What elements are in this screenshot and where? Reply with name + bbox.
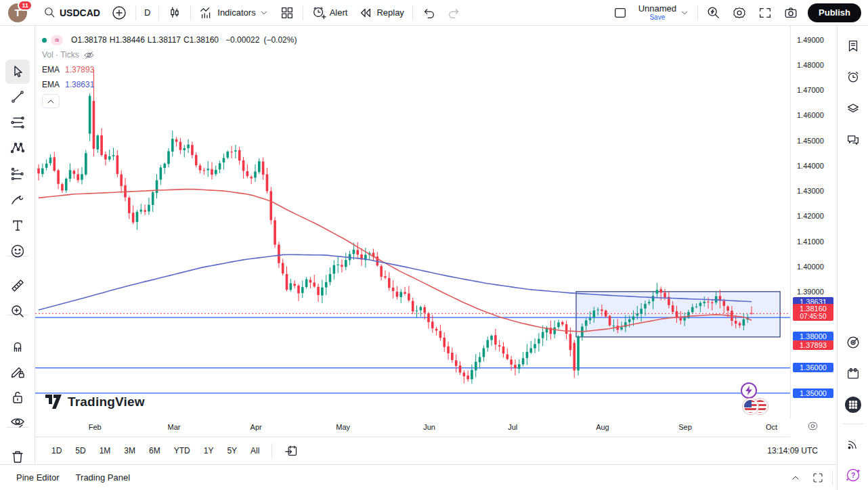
tab-pine-editor[interactable]: Pine Editor bbox=[16, 472, 60, 483]
tool-cursor[interactable] bbox=[5, 60, 30, 84]
ohlc-item: L1.38117 bbox=[148, 35, 181, 45]
month-label-mar: Mar bbox=[168, 423, 181, 431]
range-1y[interactable]: 1Y bbox=[198, 443, 219, 458]
replay-button[interactable]: Replay bbox=[353, 2, 409, 24]
brush-icon bbox=[9, 192, 26, 208]
sidebar-apps-button[interactable] bbox=[842, 394, 864, 416]
range-1m[interactable]: 1M bbox=[94, 443, 116, 458]
tool-xabcd[interactable] bbox=[5, 136, 30, 160]
volume-indicator-label[interactable]: Vol · Ticks bbox=[42, 50, 79, 60]
minds-lightning-marker[interactable] bbox=[741, 382, 757, 399]
indicators-button[interactable]: Indicators bbox=[194, 2, 274, 24]
fullscreen-button[interactable] bbox=[752, 2, 778, 24]
redo-button[interactable] bbox=[441, 2, 467, 24]
calendar-icon bbox=[846, 366, 861, 381]
tab-trading-panel[interactable]: Trading Panel bbox=[76, 472, 130, 483]
sidebar-watchlist-button[interactable] bbox=[842, 35, 864, 57]
month-label-sep: Sep bbox=[678, 423, 692, 431]
compare-button[interactable] bbox=[106, 2, 133, 24]
chart-type-button[interactable] bbox=[162, 2, 188, 24]
tool-projection[interactable] bbox=[5, 162, 30, 186]
quick-search-button[interactable] bbox=[701, 2, 726, 24]
replay-label: Replay bbox=[376, 7, 404, 18]
sidebar-alarm-button[interactable] bbox=[842, 66, 864, 88]
price-level-badge[interactable]: 1.36000 bbox=[793, 363, 833, 372]
price-tick: 1.49000 bbox=[791, 36, 833, 44]
tradingview-watermark[interactable]: TradingView bbox=[45, 394, 145, 410]
range-5y[interactable]: 5Y bbox=[221, 443, 242, 458]
tool-text[interactable] bbox=[5, 213, 30, 238]
publish-button[interactable]: Publish bbox=[808, 3, 861, 22]
toolbar-divider bbox=[272, 443, 272, 458]
toolbar-divider bbox=[158, 5, 159, 20]
price-level-badge[interactable]: 1.38000 bbox=[793, 332, 833, 341]
legend-collapse-button[interactable] bbox=[42, 94, 60, 108]
sidebar-help-sparkle-button[interactable]: ? bbox=[842, 464, 864, 486]
user-avatar[interactable]: T 11 bbox=[8, 3, 27, 22]
clock-utc[interactable]: 13:14:09 UTC bbox=[767, 446, 818, 455]
tool-smiley[interactable] bbox=[5, 239, 30, 263]
toolbar-divider bbox=[190, 5, 191, 20]
tool-eye[interactable] bbox=[5, 410, 30, 435]
sidebar-calendar-button[interactable] bbox=[842, 363, 864, 384]
symbol-search-button[interactable]: USDCAD bbox=[38, 2, 106, 24]
tool-pencil-lock[interactable] bbox=[5, 359, 30, 384]
panel-maximize-button[interactable] bbox=[806, 467, 829, 489]
go-to-date-button[interactable] bbox=[279, 440, 304, 462]
time-axis[interactable]: FebMarAprMayJunJulAugSepOct bbox=[35, 418, 790, 437]
templates-grid-icon bbox=[280, 5, 295, 20]
tool-zoom-in[interactable] bbox=[5, 299, 30, 324]
sidebar-chat-button[interactable] bbox=[842, 129, 864, 150]
layout-select-button[interactable] bbox=[607, 2, 633, 24]
tool-lock[interactable] bbox=[5, 385, 30, 409]
chevron-up-icon bbox=[45, 96, 56, 107]
chart-settings-button[interactable] bbox=[726, 2, 752, 24]
layout-name-button[interactable]: Unnamed Save bbox=[633, 2, 695, 24]
alert-button[interactable]: Alert bbox=[306, 2, 353, 24]
range-3m[interactable]: 3M bbox=[118, 443, 141, 458]
top-toolbar: T 11 USDCAD D Indicators Alert Replay bbox=[0, 0, 868, 26]
delayed-data-pill[interactable]: ≈ bbox=[51, 35, 63, 45]
snapshot-button[interactable] bbox=[778, 2, 804, 24]
indicator-templates-button[interactable] bbox=[274, 2, 300, 24]
tool-brush[interactable] bbox=[5, 187, 30, 212]
tool-trendline[interactable] bbox=[5, 85, 30, 109]
interval-button[interactable]: D bbox=[139, 2, 156, 24]
hidden-eye-icon[interactable] bbox=[83, 49, 95, 61]
price-level-badge[interactable]: 1.37893 bbox=[793, 340, 833, 350]
sidebar-object-tree-button[interactable] bbox=[842, 332, 864, 353]
trendline-icon bbox=[9, 89, 26, 105]
save-link[interactable]: Save bbox=[649, 14, 665, 21]
panel-expand-button[interactable] bbox=[785, 467, 806, 489]
tool-trash[interactable] bbox=[5, 445, 30, 469]
range-6m[interactable]: 6M bbox=[144, 443, 166, 458]
undo-button[interactable] bbox=[416, 2, 441, 24]
range-ytd[interactable]: YTD bbox=[169, 443, 196, 458]
tool-ruler[interactable] bbox=[5, 273, 30, 298]
market-status-dot[interactable] bbox=[42, 38, 47, 43]
toolbar-divider bbox=[697, 5, 698, 20]
indicators-icon bbox=[199, 5, 214, 20]
tool-magnet[interactable] bbox=[5, 334, 30, 358]
chart-pane[interactable]: ≈ O1.38178H1.38446L1.38117C1.38160 −0.00… bbox=[35, 26, 790, 418]
range-1d[interactable]: 1D bbox=[46, 443, 67, 458]
xabcd-icon bbox=[9, 140, 26, 156]
axis-settings-button[interactable] bbox=[807, 420, 819, 435]
candlestick-chart-icon bbox=[167, 5, 182, 20]
range-all[interactable]: All bbox=[245, 443, 265, 458]
price-level-badge[interactable]: 1.35000 bbox=[793, 388, 833, 398]
gear-icon bbox=[732, 5, 747, 20]
month-label-apr: Apr bbox=[251, 423, 262, 431]
trash-icon bbox=[9, 449, 26, 465]
tradingview-logo-icon bbox=[45, 394, 62, 410]
range-5d[interactable]: 5D bbox=[70, 443, 91, 458]
ema-label[interactable]: EMA bbox=[42, 80, 60, 89]
ema-label[interactable]: EMA bbox=[42, 65, 60, 74]
sidebar-signal-button[interactable] bbox=[842, 433, 864, 455]
price-axis[interactable]: 1.490001.480001.470001.460001.450001.440… bbox=[790, 26, 837, 418]
tool-fib[interactable] bbox=[5, 110, 30, 135]
sidebar-layers-button[interactable] bbox=[842, 97, 864, 119]
publish-label: Publish bbox=[819, 7, 850, 18]
month-label-oct: Oct bbox=[766, 423, 777, 431]
last-price-badge[interactable]: 1.3816007:45:50 bbox=[793, 304, 833, 321]
